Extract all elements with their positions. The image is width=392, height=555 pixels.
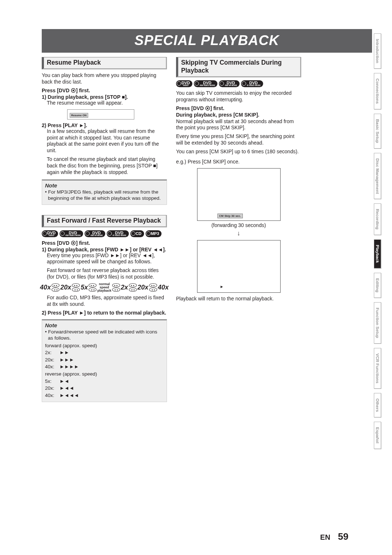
side-tab[interactable]: Recording	[374, 203, 381, 235]
side-tab[interactable]: VCR Functions	[374, 348, 381, 389]
text: Every time you press [CM SKIP], the sear…	[176, 133, 301, 146]
step-2: 2) Press [PLAY ►] to return to the norma…	[42, 310, 167, 316]
text: You can skip TV commercials to enjoy the…	[176, 90, 301, 103]
note-item: For MP3/JPEG files, playback will resume…	[45, 189, 164, 202]
step-1: 1) During playback, press [FWD ►►] or [R…	[42, 247, 167, 252]
page-title: SPECIAL PLAYBACK	[42, 29, 372, 53]
side-tab[interactable]: Editing	[374, 273, 381, 298]
text: During playback, press [CM SKIP].	[176, 112, 301, 118]
resume-screenshot: Resume ON	[67, 109, 134, 119]
note-heading: Note	[45, 322, 164, 328]
note-heading: Note	[45, 182, 164, 189]
side-tab[interactable]: Introduction	[374, 33, 381, 69]
tv-screenshot-1: CM Skip 30 sec.	[197, 168, 281, 221]
section-cmskip-title: Skipping TV Commercials During Playback	[176, 57, 301, 77]
format-badge: MP3	[146, 230, 162, 237]
format-badge: DVDVIDEO	[176, 80, 192, 87]
format-badge: DVD-RW VR MODE	[219, 80, 240, 87]
step-1: 1) During playback, press [STOP ■].	[42, 94, 167, 100]
language-code: EN	[320, 533, 330, 541]
text: e.g.) Press [CM SKIP] once.	[176, 159, 301, 165]
note-box: Note For MP3/JPEG files, playback will r…	[42, 179, 167, 205]
side-tab[interactable]: Playback	[374, 239, 381, 268]
format-badge: DVD-RW VR MODE	[85, 230, 105, 237]
side-tab[interactable]: Disc Management	[374, 153, 381, 199]
speed-diagram: 40x►►◄◄20x►►◄◄5x►►◄◄normalspeedplayback►…	[42, 283, 167, 292]
side-tab[interactable]: Español	[374, 422, 381, 449]
format-badges: DVDVIDEODVD-RW VIDEO MODEDVD-RW VR MODED…	[176, 80, 301, 87]
caption: (forwarding 30 seconds)	[176, 222, 301, 228]
side-tab[interactable]: Others	[374, 393, 381, 417]
text: In a few seconds, playback will resume f…	[47, 128, 167, 154]
page-footer: EN 59	[320, 531, 348, 542]
side-tabs: IntroductionConnectionsBasic SetupDisc M…	[374, 33, 385, 453]
text: You can play back from where you stopped…	[42, 72, 167, 85]
section-resume-title: Resume Playback	[42, 57, 167, 69]
section-ffr-title: Fast Forward / Fast Reverse Playback	[42, 215, 167, 227]
text: Every time you press [FWD ►►] or [REV ◄◄…	[47, 252, 167, 266]
note-item: Forward/reverse speed will be indicated …	[45, 329, 164, 341]
text: The resume message will appear.	[47, 100, 167, 106]
resume-on-label: Resume ON	[70, 113, 88, 118]
text: To cancel the resume playback and start …	[47, 156, 167, 176]
format-badge: DVD-R VIDEO MODE	[241, 80, 263, 87]
note-box: Note Forward/reverse speed will be indic…	[42, 319, 167, 402]
text: Press [DVD ⦿] first.	[176, 105, 301, 111]
page-number: 59	[338, 531, 348, 542]
text: Normal playback will start at 30 seconds…	[176, 118, 301, 131]
side-tab[interactable]: Basic Setup	[374, 114, 381, 149]
side-tab[interactable]: Connections	[374, 73, 381, 109]
cmskip-label: CM Skip 30 sec.	[217, 214, 243, 218]
format-badge: DVD-R VIDEO MODE	[107, 230, 129, 237]
format-badge: DVDVIDEO	[42, 230, 58, 237]
text: Fast forward or fast reverse playback ac…	[47, 267, 167, 280]
text: For audio CD, MP3 files, approximate spe…	[47, 295, 167, 308]
play-icon: ►	[220, 284, 224, 289]
left-column: Resume Playback You can play back from w…	[42, 57, 167, 402]
format-badge: DVD-RW VIDEO MODE	[60, 230, 83, 237]
text: Press [DVD ⦿] first.	[42, 88, 167, 93]
arrow-down-icon: ↓	[176, 230, 301, 237]
right-column: Skipping TV Commercials During Playback …	[176, 57, 301, 402]
step-2: 2) Press [PLAY ►].	[42, 122, 167, 128]
text: You can press [CM SKIP] up to 6 times (1…	[176, 149, 301, 155]
tv-screenshot-2: ►	[197, 240, 281, 293]
side-tab[interactable]: Function Setup	[374, 302, 381, 344]
text: Press [DVD ⦿] first.	[42, 240, 167, 246]
format-badge: DVD-RW VIDEO MODE	[194, 80, 217, 87]
text: Playback will return to the normal playb…	[176, 296, 301, 302]
format-badges: DVDVIDEODVD-RW VIDEO MODEDVD-RW VR MODED…	[42, 230, 167, 237]
format-badge: CD	[130, 230, 144, 237]
